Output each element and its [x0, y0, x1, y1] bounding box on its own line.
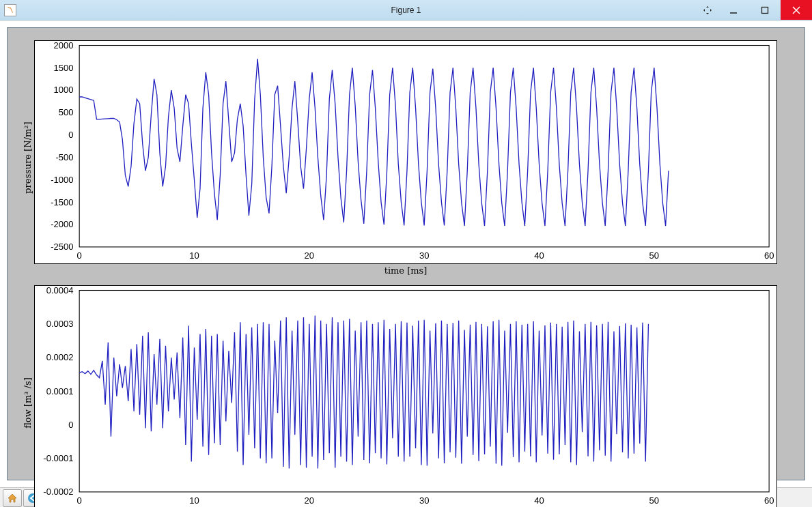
plot-pressure: pressure [N/m²] 0102030405060-2500-2000-… [21, 40, 777, 276]
svg-text:-2500: -2500 [51, 242, 73, 252]
svg-text:-1500: -1500 [51, 197, 73, 207]
svg-text:60: 60 [764, 250, 774, 261]
svg-text:0.0003: 0.0003 [46, 319, 74, 329]
window-buttons [697, 0, 812, 20]
svg-rect-1 [762, 7, 768, 13]
minimize-button[interactable] [718, 0, 749, 20]
svg-text:-0.0001: -0.0001 [43, 453, 73, 463]
app-icon: 〽 [4, 4, 16, 16]
svg-text:40: 40 [534, 495, 544, 506]
move-icon[interactable] [697, 0, 718, 20]
svg-text:1500: 1500 [54, 63, 74, 73]
svg-text:0: 0 [77, 495, 82, 506]
home-button[interactable] [3, 489, 22, 507]
close-button[interactable] [781, 0, 812, 20]
plot-pressure-canvas[interactable]: 0102030405060-2500-2000-1500-1000-500050… [34, 40, 777, 264]
svg-text:50: 50 [649, 495, 659, 506]
svg-text:0.0001: 0.0001 [46, 386, 74, 396]
titlebar: 〽 Figure 1 [0, 0, 812, 20]
figure-frame: pressure [N/m²] 0102030405060-2500-2000-… [7, 27, 805, 480]
svg-text:30: 30 [419, 250, 429, 261]
svg-text:2000: 2000 [54, 40, 74, 50]
svg-text:-2000: -2000 [51, 219, 73, 229]
svg-text:0: 0 [68, 130, 73, 140]
svg-text:60: 60 [764, 495, 774, 506]
svg-text:-500: -500 [55, 152, 73, 162]
svg-text:500: 500 [59, 107, 74, 117]
svg-text:20: 20 [305, 250, 314, 261]
svg-text:40: 40 [534, 250, 544, 261]
plot-flow-canvas[interactable]: 0102030405060-0.0002-0.000100.00010.0002… [34, 285, 777, 507]
maximize-button[interactable] [749, 0, 781, 20]
svg-text:30: 30 [419, 495, 429, 506]
svg-text:10: 10 [189, 250, 199, 261]
svg-text:1000: 1000 [54, 85, 74, 96]
svg-text:0: 0 [68, 420, 73, 430]
svg-text:0.0002: 0.0002 [46, 352, 74, 362]
window-title: Figure 1 [0, 5, 812, 15]
svg-rect-38 [79, 46, 769, 247]
svg-text:0: 0 [77, 250, 82, 261]
svg-text:0.0004: 0.0004 [46, 285, 74, 295]
ylabel-pressure: pressure [N/m²] [21, 40, 34, 276]
plot-flow: flow [m³ /s] 0102030405060-0.0002-0.0001… [21, 285, 777, 507]
svg-text:50: 50 [649, 250, 659, 261]
xlabel-pressure: time [ms] [34, 264, 777, 276]
svg-text:20: 20 [305, 495, 314, 506]
svg-text:10: 10 [189, 495, 199, 506]
svg-text:-1000: -1000 [51, 175, 73, 185]
figure-area: pressure [N/m²] 0102030405060-2500-2000-… [0, 20, 812, 487]
ylabel-flow: flow [m³ /s] [21, 285, 34, 507]
svg-text:-0.0002: -0.0002 [43, 487, 73, 497]
